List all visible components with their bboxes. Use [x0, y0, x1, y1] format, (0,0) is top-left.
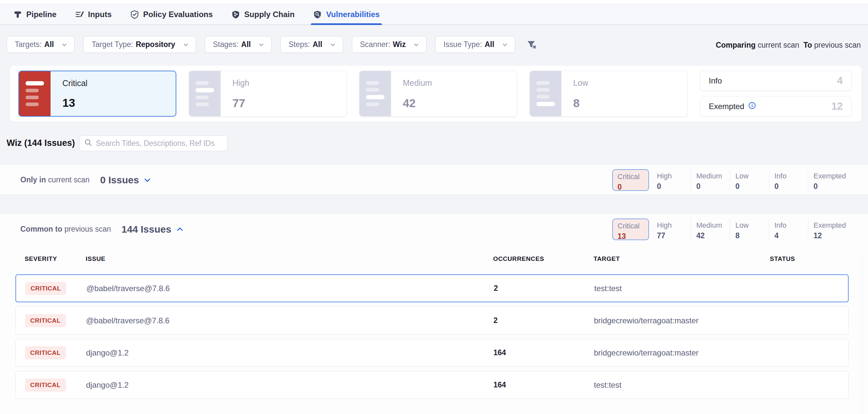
target-cell: bridgecrewio/terragoat:master [594, 348, 770, 357]
filter-targets[interactable]: Targets: All [6, 36, 74, 53]
chip-low[interactable]: Low 8 [730, 218, 769, 240]
chevron-down-icon [61, 41, 68, 48]
severity-chips: Critical 13 High 77 Medium 42 Low 8 Info… [612, 218, 847, 240]
tab-inputs[interactable]: Inputs [73, 4, 113, 24]
section-count: 0 Issues [100, 175, 139, 186]
filter-value: All [44, 40, 54, 49]
comparing-label: Comparing current scan To previous scan [716, 41, 861, 50]
comparing-previous[interactable]: previous scan [814, 41, 861, 49]
chip-value: 13 [618, 232, 648, 241]
chip-critical[interactable]: Critical 0 [612, 169, 649, 191]
section-count-toggle[interactable]: 144 Issues [121, 224, 184, 235]
filter-label: Issue Type: [443, 40, 482, 49]
chip-info[interactable]: Info 0 [769, 169, 808, 191]
section-title: Only in current scan [20, 175, 90, 184]
chip-value: 42 [696, 231, 730, 240]
filter-label: Stages: [213, 40, 239, 49]
only-in-current-scan-section: Only in current scan 0 Issues Critical 0… [0, 164, 868, 195]
side-card-value: 4 [837, 75, 843, 87]
chip-label: High [657, 221, 691, 230]
filter-steps[interactable]: Steps: All [280, 36, 343, 53]
table-row[interactable]: CRITICAL @babel/traverse@7.8.6 2 bridgec… [16, 306, 849, 334]
severity-badge: CRITICAL [25, 282, 66, 295]
comparing-bold: Comparing [716, 41, 755, 49]
filter-stages[interactable]: Stages: All [205, 36, 272, 53]
chip-value: 0 [735, 182, 769, 191]
severity-badge: CRITICAL [25, 314, 66, 327]
filter-value: All [313, 40, 322, 49]
filter-bar: Targets: All Target Type: Repository Sta… [6, 36, 539, 53]
tab-label: Pipeline [26, 10, 57, 19]
tab-pipeline[interactable]: Pipeline [12, 4, 58, 24]
filter-value: All [485, 40, 494, 49]
chip-high[interactable]: High 0 [652, 169, 691, 191]
tab-supply-chain[interactable]: Supply Chain [230, 4, 296, 24]
chip-info[interactable]: Info 4 [769, 218, 808, 240]
chip-medium[interactable]: Medium 42 [691, 218, 730, 240]
target-cell: test:test [594, 381, 770, 390]
occurrences-cell: 164 [493, 381, 594, 389]
scanner-issues-heading: Wiz (144 Issues) [6, 138, 75, 148]
section-title: Common to previous scan [20, 225, 111, 234]
severity-card-value: 8 [573, 97, 580, 110]
tab-policy-evaluations[interactable]: Policy Evaluations [129, 4, 214, 24]
severity-bars-icon [360, 71, 391, 116]
severity-card-low[interactable]: Low 8 [530, 71, 687, 117]
search-input[interactable] [96, 139, 223, 148]
issue-search[interactable] [79, 136, 227, 151]
tab-label: Supply Chain [244, 10, 294, 19]
table-row[interactable]: CRITICAL django@1.2 164 test:test [16, 371, 849, 399]
pipeline-icon [13, 10, 22, 19]
chip-low[interactable]: Low 0 [730, 169, 769, 191]
shield-network-icon [231, 10, 240, 19]
severity-card-medium[interactable]: Medium 42 [359, 71, 517, 117]
chip-value: 4 [774, 231, 808, 240]
filter-scanner[interactable]: Scanner: Wiz [352, 36, 427, 53]
chip-value: 77 [657, 231, 691, 240]
severity-card-value: 77 [232, 97, 245, 110]
side-card-value: 12 [832, 100, 843, 112]
info-icon[interactable] [748, 101, 756, 111]
severity-card-value: 42 [403, 97, 415, 110]
comparing-current[interactable]: current scan [758, 41, 799, 49]
tab-label: Vulnerabilities [326, 10, 379, 19]
occurrences-cell: 2 [493, 316, 594, 325]
chip-exempted[interactable]: Exempted 12 [808, 218, 847, 240]
filter-issue-type[interactable]: Issue Type: All [435, 36, 515, 53]
table-row[interactable]: CRITICAL django@1.2 164 bridgecrewio/ter… [16, 339, 849, 367]
section-title-rest: previous scan [64, 225, 111, 233]
section-count-toggle[interactable]: 0 Issues [100, 175, 151, 186]
severity-summary: Critical 13 High 77 Medium 42 Low 8 Info… [10, 66, 862, 122]
col-header-occurrences: OCCURRENCES [493, 255, 594, 263]
table-row[interactable]: CRITICAL @babel/traverse@7.8.6 2 test:te… [16, 274, 849, 302]
col-header-severity: SEVERITY [25, 255, 86, 263]
section-count: 144 Issues [121, 224, 172, 235]
filter-value: Repository [135, 40, 175, 49]
clear-filters-icon[interactable] [524, 37, 539, 52]
col-header-target: TARGET [594, 255, 770, 263]
chip-high[interactable]: High 77 [652, 218, 691, 240]
severity-card-critical[interactable]: Critical 13 [19, 71, 176, 117]
chevron-down-icon [258, 41, 265, 48]
severity-card-value: 13 [62, 96, 75, 110]
chip-critical[interactable]: Critical 13 [612, 218, 649, 240]
chip-exempted[interactable]: Exempted 0 [808, 169, 847, 191]
chip-label: High [657, 172, 691, 180]
target-cell: bridgecrewio/terragoat:master [594, 316, 770, 325]
chip-label: Low [735, 172, 769, 180]
chip-medium[interactable]: Medium 0 [691, 169, 730, 191]
severity-bars-icon [19, 71, 51, 116]
issue-cell: @babel/traverse@7.8.6 [86, 316, 493, 325]
severity-card-exempted[interactable]: Exempted 12 [700, 96, 851, 117]
severity-card-info[interactable]: Info 4 [700, 71, 851, 91]
severity-bars-icon [530, 71, 561, 116]
chip-label: Exempted [813, 221, 847, 230]
severity-badge: CRITICAL [25, 346, 66, 359]
filter-target-type[interactable]: Target Type: Repository [83, 36, 196, 53]
chip-label: Medium [696, 172, 730, 180]
severity-card-high[interactable]: High 77 [189, 71, 347, 117]
chip-value: 8 [735, 231, 769, 240]
tab-vulnerabilities[interactable]: Vulnerabilities [312, 4, 381, 24]
severity-chips: Critical 0 High 0 Medium 0 Low 0 Info 0 … [612, 169, 847, 191]
occurrences-cell: 2 [494, 284, 594, 293]
